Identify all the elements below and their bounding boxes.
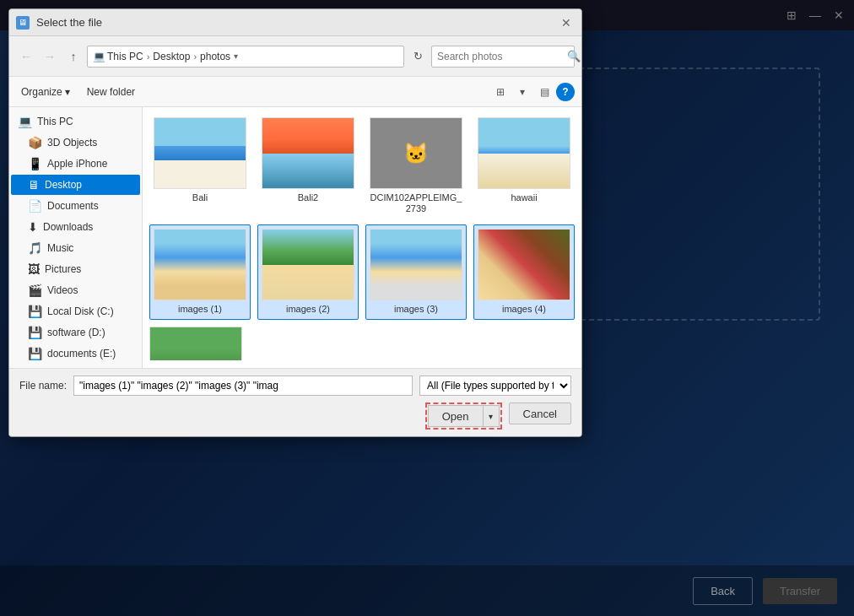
cancel-button[interactable]: Cancel (509, 403, 571, 424)
file-thumb-images3 (370, 229, 462, 300)
view-mode-button[interactable]: ⊞ (490, 83, 511, 101)
file-label-bali2: Bali2 (298, 192, 318, 203)
sidebar-item-videos[interactable]: 🎬 Videos (11, 280, 140, 300)
dialog-content: Bali Bali2 🐱 DCIM102APPLEIMG_2739 (143, 107, 581, 368)
file-label-bali: Bali (192, 192, 208, 203)
view-dropdown-button[interactable]: ▾ (512, 83, 532, 101)
dialog-close-button[interactable]: ✕ (558, 14, 575, 31)
file-label-images3: images (3) (394, 304, 438, 315)
file-thumb-bali (154, 117, 246, 189)
dialog-title: Select the file (36, 16, 551, 29)
software-d-icon: 💾 (28, 326, 42, 339)
3d-objects-icon: 📦 (28, 136, 42, 149)
refresh-button[interactable]: ↻ (408, 46, 428, 67)
file-thumb-dcim: 🐱 (370, 117, 462, 189)
file-item-images3[interactable]: images (3) (365, 224, 467, 319)
breadcrumb-this-pc: 💻 This PC (93, 51, 143, 62)
address-dropdown-icon[interactable]: ▾ (234, 51, 247, 61)
breadcrumb-photos: photos (200, 51, 230, 62)
dialog-toolbar: ← → ↑ 💻 This PC › Desktop › photos ▾ ↻ (9, 36, 581, 77)
file-item-hawaii[interactable]: hawaii (473, 114, 575, 218)
file-label-images4: images (4) (502, 304, 546, 315)
sidebar-item-music[interactable]: 🎵 Music (11, 238, 140, 258)
sidebar-item-this-pc[interactable]: 💻 This PC (11, 111, 140, 132)
filename-label: File name: (19, 380, 67, 392)
dialog-main: 💻 This PC 📦 3D Objects 📱 Apple iPhone 🖥 … (9, 107, 581, 368)
file-label-images2: images (2) (286, 304, 330, 315)
dialog-titlebar: 🖥 Select the file ✕ (9, 9, 581, 36)
sidebar-item-desktop[interactable]: 🖥 Desktop (11, 175, 140, 195)
sidebar-item-3d-objects[interactable]: 📦 3D Objects (11, 132, 140, 153)
nav-up-button[interactable]: ↑ (63, 46, 84, 67)
search-icon: 🔍 (567, 50, 581, 62)
documents-e-icon: 💾 (28, 347, 42, 360)
partial-row (149, 327, 575, 360)
footer-row1: File name: All (File types supported by … (19, 376, 571, 396)
sidebar-item-software-d[interactable]: 💾 software (D:) (11, 322, 140, 343)
view-controls: ⊞ ▾ ▤ ? (490, 83, 575, 101)
music-icon: 🎵 (28, 241, 42, 255)
file-item-images4[interactable]: images (4) (473, 224, 575, 319)
file-label-images1: images (1) (178, 304, 222, 315)
breadcrumb-sep-1: › (147, 51, 150, 62)
file-grid: Bali Bali2 🐱 DCIM102APPLEIMG_2739 (149, 114, 575, 320)
file-item-bali[interactable]: Bali (149, 114, 251, 218)
breadcrumb-desktop: Desktop (153, 51, 190, 62)
dialog-app-icon: 🖥 (16, 16, 30, 30)
file-thumb-bali2 (262, 117, 354, 189)
organize-button[interactable]: Organize ▾ (16, 84, 75, 100)
details-pane-button[interactable]: ▤ (534, 83, 554, 101)
sidebar-item-pictures[interactable]: 🖼 Pictures (11, 259, 140, 279)
file-item-images2[interactable]: images (2) (257, 224, 359, 319)
pictures-icon: 🖼 (28, 262, 40, 276)
breadcrumb-sep-2: › (193, 51, 197, 62)
file-dialog: 🖥 Select the file ✕ ← → ↑ 💻 This PC › De… (8, 8, 582, 437)
desktop-icon: 🖥 (28, 178, 40, 192)
sidebar-item-downloads[interactable]: ⬇ Downloads (11, 217, 140, 237)
open-button-wrapper: Open ▾ (425, 403, 502, 430)
file-thumb-images4 (478, 229, 570, 300)
this-pc-icon: 💻 (18, 115, 32, 128)
documents-icon: 📄 (28, 199, 42, 213)
new-folder-button[interactable]: New folder (82, 84, 140, 100)
file-item-bali2[interactable]: Bali2 (257, 114, 359, 218)
open-button[interactable]: Open (428, 405, 483, 427)
dialog-sidebar: 💻 This PC 📦 3D Objects 📱 Apple iPhone 🖥 … (9, 107, 143, 368)
dialog-actionbar: Organize ▾ New folder ⊞ ▾ ▤ ? (9, 77, 581, 107)
file-item-images1[interactable]: images (1) (149, 224, 251, 319)
file-thumb-images1 (154, 229, 246, 300)
apple-iphone-icon: 📱 (28, 157, 42, 170)
this-pc-icon: 💻 (93, 51, 105, 62)
sidebar-item-documents[interactable]: 📄 Documents (11, 196, 140, 216)
file-item-dcim[interactable]: 🐱 DCIM102APPLEIMG_2739 (365, 114, 467, 218)
videos-icon: 🎬 (28, 284, 42, 297)
partial-thumb-content (149, 327, 242, 360)
nav-back-button[interactable]: ← (16, 46, 36, 67)
nav-forward-button[interactable]: → (40, 46, 60, 67)
help-button[interactable]: ? (556, 83, 575, 101)
file-thumb-hawaii (478, 117, 570, 189)
sidebar-item-local-disk-c[interactable]: 💾 Local Disk (C:) (11, 301, 140, 322)
address-bar[interactable]: 💻 This PC › Desktop › photos ▾ (87, 46, 404, 68)
file-thumb-images2 (262, 229, 354, 300)
dialog-footer: File name: All (File types supported by … (9, 368, 581, 436)
file-label-hawaii: hawaii (511, 192, 537, 203)
file-label-dcim: DCIM102APPLEIMG_2739 (370, 192, 462, 214)
local-disk-c-icon: 💾 (28, 305, 42, 318)
search-input[interactable] (437, 51, 564, 62)
partial-thumb (149, 327, 242, 360)
filename-input[interactable] (73, 376, 413, 396)
filetype-select[interactable]: All (File types supported by the (419, 376, 571, 396)
sidebar-item-apple-iphone[interactable]: 📱 Apple iPhone (11, 154, 140, 174)
organize-dropdown-icon: ▾ (65, 86, 70, 98)
search-box[interactable]: 🔍 (431, 46, 575, 68)
open-dropdown-button[interactable]: ▾ (483, 405, 500, 427)
sidebar-item-documents-e[interactable]: 💾 documents (E:) (11, 343, 140, 364)
dialog-overlay: 🖥 Select the file ✕ ← → ↑ 💻 This PC › De… (0, 0, 854, 616)
downloads-icon: ⬇ (28, 220, 38, 234)
footer-row2: Open ▾ Cancel (19, 403, 571, 430)
